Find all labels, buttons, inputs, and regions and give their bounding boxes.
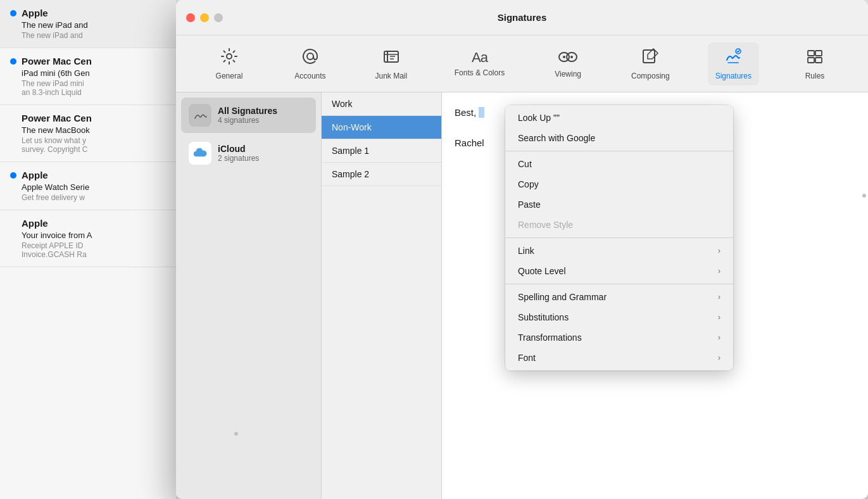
context-menu-separator-3 <box>505 284 733 284</box>
toolbar-label-accounts: Accounts <box>294 72 325 80</box>
toolbar-item-viewing[interactable]: Viewing <box>543 44 593 84</box>
icloud-item[interactable]: iCloud 2 signatures <box>181 136 316 171</box>
sig-name-sample1[interactable]: Sample 1 <box>322 139 441 163</box>
toolbar-item-junk-mail[interactable]: Junk Mail <box>366 42 417 85</box>
toolbar-label-fonts-colors: Fonts & Colors <box>455 68 505 77</box>
svg-rect-17 <box>815 58 822 63</box>
sig-name-non-work[interactable]: Non-Work <box>322 116 441 139</box>
unread-dot <box>10 58 16 65</box>
sig-name-text: Rachel <box>455 137 484 148</box>
list-item[interactable]: Apple Apple Watch Serie Get free deliver… <box>0 162 177 210</box>
context-menu-search-google[interactable]: Search with Google <box>505 128 733 148</box>
title-bar: Signatures <box>176 0 868 35</box>
list-item[interactable]: Apple Your invoice from A Receipt APPLE … <box>0 210 177 267</box>
context-menu-spelling-grammar[interactable]: Spelling and Grammar › <box>505 287 733 307</box>
svg-rect-14 <box>808 51 814 56</box>
chevron-right-icon: › <box>718 333 720 342</box>
context-menu-paste[interactable]: Paste <box>505 194 733 215</box>
chevron-right-icon: › <box>718 313 720 322</box>
rules-icon <box>806 47 824 68</box>
context-menu-substitutions[interactable]: Substitutions › <box>505 307 733 327</box>
icloud-name: iCloud <box>218 144 259 154</box>
email-subject: iPad mini (6th Gen <box>22 68 167 78</box>
email-sender: Apple <box>22 8 48 18</box>
composing-icon <box>641 47 659 68</box>
list-item[interactable]: Power Mac Cen The new MacBook Let us kno… <box>0 105 177 162</box>
toolbar-label-viewing: Viewing <box>555 70 581 79</box>
chevron-right-icon: › <box>718 267 720 275</box>
fonts-icon: Aa <box>472 51 487 65</box>
signature-preview-panel[interactable]: Best, Rachel Look Up "" Search with Goog… <box>442 92 868 499</box>
preview-scrollbar-indicator <box>862 194 866 198</box>
window-controls <box>186 13 223 22</box>
context-menu-copy[interactable]: Copy <box>505 174 733 194</box>
email-preview: Get free delivery w <box>22 193 167 202</box>
window-title: Signatures <box>498 12 547 23</box>
context-menu-transformations[interactable]: Transformations › <box>505 327 733 348</box>
unread-dot <box>10 115 16 122</box>
context-menu-remove-style[interactable]: Remove Style <box>505 215 733 235</box>
sig-name-sample2[interactable]: Sample 2 <box>322 163 441 186</box>
context-menu-separator-2 <box>505 237 733 238</box>
toolbar: General Accounts <box>176 35 868 92</box>
toolbar-label-junk-mail: Junk Mail <box>375 72 408 80</box>
context-menu-look-up[interactable]: Look Up "" <box>505 108 733 128</box>
email-preview: The new iPad mini <box>22 79 167 88</box>
scrollbar-indicator <box>234 432 238 436</box>
main-window: Signatures General Accounts <box>176 0 868 499</box>
email-sender: Power Mac Cen <box>22 113 92 123</box>
toolbar-item-composing[interactable]: Composing <box>624 42 677 85</box>
toolbar-item-accounts[interactable]: Accounts <box>285 42 336 85</box>
chevron-right-icon: › <box>718 353 720 362</box>
email-preview: Receipt APPLE ID <box>22 241 167 250</box>
icloud-icon <box>189 142 211 165</box>
toolbar-item-general[interactable]: General <box>204 42 255 85</box>
list-item[interactable]: Power Mac Cen iPad mini (6th Gen The new… <box>0 48 177 105</box>
minimize-button[interactable] <box>200 13 209 22</box>
email-sender: Apple <box>22 170 48 180</box>
context-menu-separator-1 <box>505 151 733 151</box>
all-signatures-item[interactable]: All Signatures 4 signatures <box>181 98 316 133</box>
list-item[interactable]: Apple The new iPad and The new iPad and <box>0 0 177 48</box>
email-preview-2: an 8.3-inch Liquid <box>22 88 167 97</box>
toolbar-item-fonts-colors[interactable]: Aa Fonts & Colors <box>447 46 512 82</box>
sig-selected-highlight <box>479 107 484 118</box>
email-sender: Power Mac Cen <box>22 56 92 66</box>
viewing-icon <box>558 49 578 66</box>
chevron-right-icon: › <box>718 246 720 255</box>
close-button[interactable] <box>186 13 195 22</box>
sig-name-work[interactable]: Work <box>322 92 441 116</box>
context-menu-link[interactable]: Link › <box>505 241 733 261</box>
toolbar-label-signatures: Signatures <box>715 72 752 80</box>
all-signatures-count: 4 signatures <box>218 116 277 125</box>
unread-dot <box>10 220 16 227</box>
svg-rect-12 <box>643 50 655 63</box>
svg-rect-16 <box>808 58 814 63</box>
signatures-icon <box>724 47 742 68</box>
svg-rect-15 <box>815 51 822 56</box>
email-sender: Apple <box>22 218 48 229</box>
email-list: Apple The new iPad and The new iPad and … <box>0 0 177 499</box>
content-area: All Signatures 4 signatures iCloud 2 sig… <box>176 92 868 499</box>
gear-icon <box>220 47 238 68</box>
svg-point-0 <box>227 54 232 59</box>
at-icon <box>301 47 319 68</box>
email-preview: Let us know what y <box>22 136 167 145</box>
icloud-count: 2 signatures <box>218 154 259 163</box>
junk-mail-icon <box>382 47 400 68</box>
context-menu: Look Up "" Search with Google Cut Copy P… <box>505 105 733 370</box>
email-preview-2: survey. Copyright C <box>22 145 167 154</box>
toolbar-item-signatures[interactable]: Signatures <box>708 42 759 85</box>
svg-point-10 <box>563 56 565 58</box>
all-signatures-name: All Signatures <box>218 106 277 116</box>
email-subject: Apple Watch Serie <box>22 182 167 192</box>
context-menu-quote-level[interactable]: Quote Level › <box>505 261 733 281</box>
context-menu-cut[interactable]: Cut <box>505 154 733 174</box>
toolbar-item-rules[interactable]: Rules <box>789 42 840 85</box>
maximize-button[interactable] <box>214 13 223 22</box>
toolbar-label-rules: Rules <box>805 72 825 80</box>
chevron-right-icon: › <box>718 293 720 301</box>
context-menu-font[interactable]: Font › <box>505 348 733 368</box>
svg-point-11 <box>570 56 573 58</box>
email-preview: The new iPad and <box>22 31 167 40</box>
